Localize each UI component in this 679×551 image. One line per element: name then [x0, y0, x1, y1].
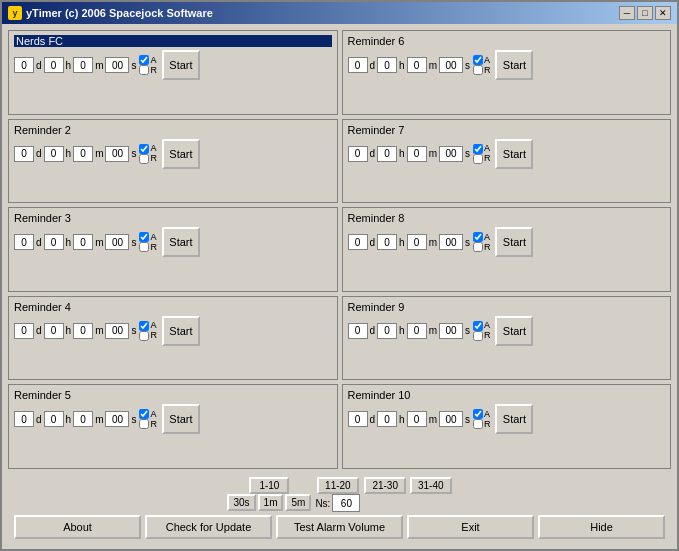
timer-2-start-button[interactable]: Start	[162, 139, 200, 169]
timer-4-seconds[interactable]	[105, 323, 129, 339]
timer-name-6[interactable]: Reminder 6	[348, 35, 666, 47]
timer-7-hours[interactable]	[377, 146, 397, 162]
timer-2-repeat-label: R	[150, 154, 157, 163]
timer-10-alarm-label: A	[484, 410, 490, 419]
timer-4-minutes[interactable]	[73, 323, 93, 339]
timer-9-days[interactable]	[348, 323, 368, 339]
timer-name-1[interactable]: Nerds FC	[14, 35, 332, 47]
timer-10-days[interactable]	[348, 411, 368, 427]
timer-name-10[interactable]: Reminder 10	[348, 389, 666, 401]
timer-name-5[interactable]: Reminder 5	[14, 389, 332, 401]
hide-button[interactable]: Hide	[538, 515, 665, 539]
timer-7-seconds[interactable]	[439, 146, 463, 162]
timer-9-repeat-checkbox[interactable]	[473, 331, 483, 341]
about-button[interactable]: About	[14, 515, 141, 539]
page-11-20-button[interactable]: 11-20	[317, 477, 359, 494]
timer-4-hours[interactable]	[44, 323, 64, 339]
timer-1-hours[interactable]	[44, 57, 64, 73]
timer-8-start-button[interactable]: Start	[495, 227, 533, 257]
timer-6-start-button[interactable]: Start	[495, 50, 533, 80]
timer-1-alarm-checkbox[interactable]	[139, 55, 149, 65]
exit-button[interactable]: Exit	[407, 515, 534, 539]
timer-10-seconds[interactable]	[439, 411, 463, 427]
timer-9-hours[interactable]	[377, 323, 397, 339]
timer-2-alarm-checkbox[interactable]	[139, 144, 149, 154]
timer-3-days[interactable]	[14, 234, 34, 250]
timer-name-8[interactable]: Reminder 8	[348, 212, 666, 224]
test-alarm-button[interactable]: Test Alarm Volume	[276, 515, 403, 539]
timer-name-7[interactable]: Reminder 7	[348, 124, 666, 136]
timer-2-hours[interactable]	[44, 146, 64, 162]
timer-6-minutes[interactable]	[407, 57, 427, 73]
timer-8-hours[interactable]	[377, 234, 397, 250]
ns-input[interactable]	[332, 494, 360, 512]
timer-3-seconds[interactable]	[105, 234, 129, 250]
timer-3-alarm-checkbox[interactable]	[139, 232, 149, 242]
timer-5-minutes[interactable]	[73, 411, 93, 427]
timer-2-repeat-checkbox[interactable]	[139, 154, 149, 164]
timer-6-repeat-checkbox[interactable]	[473, 65, 483, 75]
timer-7-repeat-checkbox[interactable]	[473, 154, 483, 164]
timer-5-alarm-checkbox[interactable]	[139, 409, 149, 419]
preset-1m-button[interactable]: 1m	[258, 494, 284, 511]
timer-5-seconds[interactable]	[105, 411, 129, 427]
timer-8-seconds[interactable]	[439, 234, 463, 250]
timer-8-days[interactable]	[348, 234, 368, 250]
check-update-button[interactable]: Check for Update	[145, 515, 272, 539]
timer-9-seconds[interactable]	[439, 323, 463, 339]
timer-7-h-label: h	[399, 148, 405, 159]
timer-8-minutes[interactable]	[407, 234, 427, 250]
timer-7-alarm-checkbox[interactable]	[473, 144, 483, 154]
timer-3-minutes[interactable]	[73, 234, 93, 250]
timer-10-repeat-checkbox[interactable]	[473, 419, 483, 429]
timer-6-days[interactable]	[348, 57, 368, 73]
timer-10-start-button[interactable]: Start	[495, 404, 533, 434]
preset-5m-button[interactable]: 5m	[285, 494, 311, 511]
timer-4-alarm-checkbox[interactable]	[139, 321, 149, 331]
timer-name-9[interactable]: Reminder 9	[348, 301, 666, 313]
timer-1-days[interactable]	[14, 57, 34, 73]
timer-1-repeat-checkbox[interactable]	[139, 65, 149, 75]
page-1-10-button[interactable]: 1-10	[249, 477, 289, 494]
timer-2-days[interactable]	[14, 146, 34, 162]
minimize-button[interactable]: ─	[619, 6, 635, 20]
timer-name-2[interactable]: Reminder 2	[14, 124, 332, 136]
timer-4-repeat-checkbox[interactable]	[139, 331, 149, 341]
timer-9-start-button[interactable]: Start	[495, 316, 533, 346]
timer-4-start-button[interactable]: Start	[162, 316, 200, 346]
timer-3-repeat-checkbox[interactable]	[139, 242, 149, 252]
close-button[interactable]: ✕	[655, 6, 671, 20]
page-21-30-button[interactable]: 21-30	[364, 477, 406, 494]
timer-8-alarm-checkbox[interactable]	[473, 232, 483, 242]
timer-7-start-button[interactable]: Start	[495, 139, 533, 169]
timer-5-start-button[interactable]: Start	[162, 404, 200, 434]
timer-9-alarm-checkbox[interactable]	[473, 321, 483, 331]
timer-5-days[interactable]	[14, 411, 34, 427]
timer-5-hours[interactable]	[44, 411, 64, 427]
timer-7-days[interactable]	[348, 146, 368, 162]
timer-1-seconds[interactable]	[105, 57, 129, 73]
maximize-button[interactable]: □	[637, 6, 653, 20]
timer-4-days[interactable]	[14, 323, 34, 339]
timer-10-minutes[interactable]	[407, 411, 427, 427]
timer-8-repeat-checkbox[interactable]	[473, 242, 483, 252]
timer-2-seconds[interactable]	[105, 146, 129, 162]
timer-2-minutes[interactable]	[73, 146, 93, 162]
timer-10-hours[interactable]	[377, 411, 397, 427]
preset-30s-button[interactable]: 30s	[227, 494, 255, 511]
timer-6-hours[interactable]	[377, 57, 397, 73]
timer-name-3[interactable]: Reminder 3	[14, 212, 332, 224]
timer-6-alarm-checkbox[interactable]	[473, 55, 483, 65]
timer-1-minutes[interactable]	[73, 57, 93, 73]
timer-5-repeat-checkbox[interactable]	[139, 419, 149, 429]
timer-10-alarm-checkbox[interactable]	[473, 409, 483, 419]
timer-9-minutes[interactable]	[407, 323, 427, 339]
timer-3-start-button[interactable]: Start	[162, 227, 200, 257]
timer-6-seconds[interactable]	[439, 57, 463, 73]
timer-2-ar-group: AR	[139, 144, 157, 164]
timer-name-4[interactable]: Reminder 4	[14, 301, 332, 313]
timer-1-start-button[interactable]: Start	[162, 50, 200, 80]
timer-7-minutes[interactable]	[407, 146, 427, 162]
page-31-40-button[interactable]: 31-40	[410, 477, 452, 494]
timer-3-hours[interactable]	[44, 234, 64, 250]
